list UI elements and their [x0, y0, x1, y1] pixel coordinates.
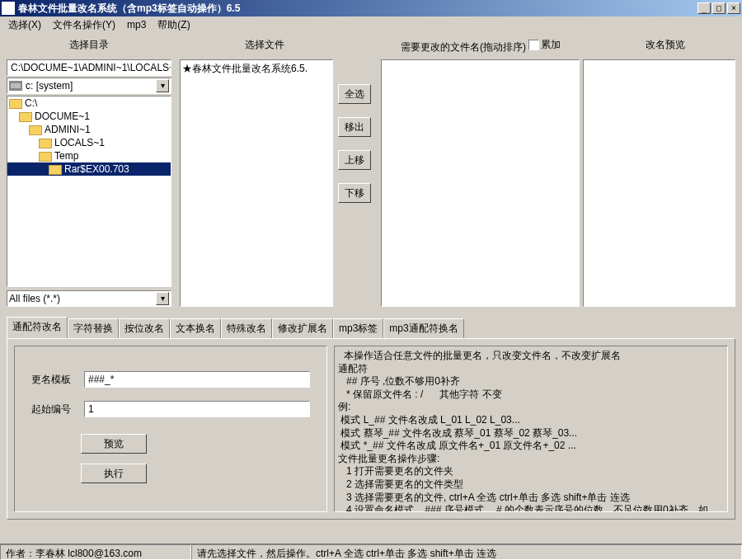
- tab[interactable]: 通配符改名: [7, 317, 68, 338]
- folder-icon: [39, 138, 52, 148]
- app-icon: [2, 2, 15, 15]
- template-label: 更名模板: [31, 373, 77, 387]
- maximize-button[interactable]: □: [712, 2, 726, 14]
- status-author: 作者：李春林 lcl800@163.com: [0, 544, 191, 560]
- status-hint: 请先选择文件，然后操作。ctrl+A 全选 ctrl+单击 多选 shift+单…: [191, 544, 742, 560]
- tree-item[interactable]: C:\: [7, 96, 171, 110]
- tree-item-label: DOCUME~1: [35, 111, 90, 122]
- move-down-button[interactable]: 下移: [338, 183, 371, 203]
- tab-panel: 更名模板 ###_* 起始编号 1 预览 执行 本操作适合任意文件的批量更名，只…: [7, 338, 735, 520]
- preview-list[interactable]: [583, 59, 735, 307]
- tree-item[interactable]: ADMINI~1: [7, 123, 171, 136]
- tab[interactable]: mp3通配符换名: [383, 318, 463, 338]
- tree-item-label: C:\: [25, 97, 37, 109]
- drive-label: c: [system]: [26, 80, 73, 92]
- folder-icon: [49, 164, 62, 174]
- window-title: 春林文件批量改名系统（含mp3标签自动操作）6.5: [18, 2, 696, 16]
- directory-tree[interactable]: C:\DOCUME~1ADMINI~1LOCALS~1TempRar$EX00.…: [7, 96, 171, 287]
- header-select-file: 选择文件: [178, 36, 351, 56]
- header-select-dir: 选择目录: [7, 36, 171, 56]
- header-need-rename-label: 需要更改的文件名(拖动排序): [401, 41, 526, 53]
- file-list-item[interactable]: ★春林文件批量改名系统6.5.: [182, 62, 331, 76]
- header-need-rename: 需要更改的文件名(拖动排序) 累加: [392, 36, 595, 56]
- checkbox-icon: [528, 40, 539, 50]
- remove-button[interactable]: 移出: [338, 117, 371, 137]
- tree-item[interactable]: Temp: [7, 149, 171, 162]
- tree-item[interactable]: Rar$EX00.703: [7, 162, 171, 176]
- close-button[interactable]: ×: [727, 2, 740, 14]
- select-all-button[interactable]: 全选: [338, 84, 371, 104]
- statusbar: 作者：李春林 lcl800@163.com 请先选择文件，然后操作。ctrl+A…: [0, 544, 742, 560]
- drive-combo[interactable]: c: [system] ▾: [7, 78, 171, 94]
- tab-bar: 通配符改名字符替换按位改名文本换名特殊改名修改扩展名mp3标签mp3通配符换名: [7, 317, 735, 338]
- tree-item-label: Temp: [54, 150, 78, 162]
- folder-icon: [29, 125, 42, 134]
- file-filter-combo[interactable]: All files (*.*) ▾: [7, 290, 171, 307]
- tab[interactable]: mp3标签: [333, 318, 383, 338]
- tree-item-label: LOCALS~1: [54, 137, 105, 148]
- tree-item-label: ADMINI~1: [45, 124, 91, 135]
- titlebar: 春林文件批量改名系统（含mp3标签自动操作）6.5 _ □ ×: [0, 0, 742, 16]
- start-number-input[interactable]: 1: [84, 401, 310, 417]
- tree-item-label: Rar$EX00.703: [64, 163, 129, 175]
- tab[interactable]: 文本换名: [170, 318, 221, 338]
- tree-item[interactable]: LOCALS~1: [7, 136, 171, 149]
- help-text: 本操作适合任意文件的批量更名，只改变文件名，不改变扩展名 通配符 ## 序号 ,…: [334, 346, 728, 512]
- drive-icon: [9, 81, 22, 91]
- execute-button[interactable]: 执行: [81, 464, 147, 483]
- preview-button[interactable]: 预览: [81, 434, 147, 454]
- chevron-down-icon: ▾: [156, 292, 169, 305]
- menu-filename-op[interactable]: 文件名操作(Y): [48, 16, 120, 34]
- path-input[interactable]: C:\DOCUME~1\ADMINI~1\LOCALS~: [7, 59, 171, 76]
- menu-select[interactable]: 选择(X): [3, 16, 46, 34]
- menu-mp3[interactable]: mp3: [122, 17, 151, 32]
- template-input[interactable]: ###_*: [84, 371, 310, 388]
- accumulate-checkbox[interactable]: 累加: [528, 38, 561, 52]
- tab[interactable]: 特殊改名: [221, 318, 272, 338]
- menu-help[interactable]: 帮助(Z): [153, 16, 195, 34]
- file-filter-label: All files (*.*): [9, 293, 60, 304]
- minimize-button[interactable]: _: [697, 2, 711, 14]
- folder-icon: [39, 151, 52, 161]
- start-number-label: 起始编号: [31, 402, 77, 416]
- folder-icon: [9, 98, 22, 108]
- tab[interactable]: 按位改名: [119, 318, 170, 338]
- tab[interactable]: 修改扩展名: [272, 318, 333, 338]
- menubar: 选择(X) 文件名操作(Y) mp3 帮助(Z): [0, 16, 742, 33]
- tab[interactable]: 字符替换: [68, 318, 119, 338]
- accumulate-label: 累加: [541, 38, 561, 52]
- chevron-down-icon: ▾: [156, 79, 169, 92]
- header-preview: 改名预览: [595, 36, 735, 56]
- folder-icon: [19, 111, 32, 121]
- rename-list[interactable]: [381, 59, 580, 307]
- file-list[interactable]: ★春林文件批量改名系统6.5.: [180, 59, 333, 307]
- rename-form: 更名模板 ###_* 起始编号 1 预览 执行: [14, 346, 327, 512]
- move-up-button[interactable]: 上移: [338, 150, 371, 170]
- tree-item[interactable]: DOCUME~1: [7, 110, 171, 123]
